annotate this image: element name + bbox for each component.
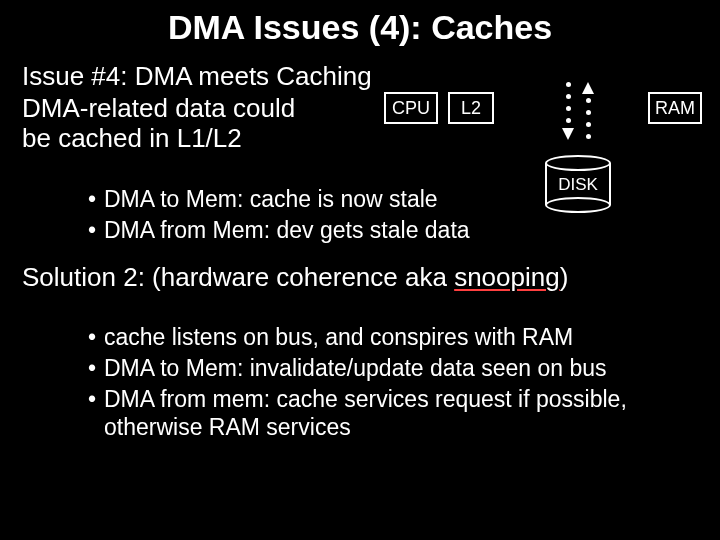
ram-box: RAM — [648, 92, 702, 124]
l2-box: L2 — [448, 92, 494, 124]
bullet-list-2: cache listens on bus, and conspires with… — [48, 323, 720, 444]
slide-title: DMA Issues (4): Caches — [0, 8, 720, 47]
bullet-list-1: DMA to Mem: cache is now stale DMA from … — [48, 185, 558, 247]
list-item: DMA to Mem: invalidate/update data seen … — [88, 354, 720, 383]
solution-snoop: snooping — [454, 262, 560, 292]
list-item: cache listens on bus, and conspires with… — [88, 323, 720, 352]
arrow-up-icon — [582, 82, 594, 94]
desc-line-2: be cached in L1/L2 — [22, 124, 382, 153]
list-item: DMA to Mem: cache is now stale — [88, 185, 558, 214]
list-item: DMA from mem: cache services request if … — [88, 385, 720, 443]
solution-heading: Solution 2: (hardware coherence aka snoo… — [22, 262, 702, 293]
disk-cylinder: DISK — [545, 155, 611, 213]
cpu-box: CPU — [384, 92, 438, 124]
solution-suffix: ) — [560, 262, 569, 292]
arrow-down-icon — [562, 128, 574, 140]
slide-root: DMA Issues (4): Caches Issue #4: DMA mee… — [0, 0, 720, 540]
list-item: DMA from Mem: dev gets stale data — [88, 216, 558, 245]
solution-prefix: Solution 2: (hardware coherence aka — [22, 262, 454, 292]
issue-heading: Issue #4: DMA meets Caching — [22, 62, 702, 91]
desc-line-1: DMA-related data could — [22, 94, 382, 123]
